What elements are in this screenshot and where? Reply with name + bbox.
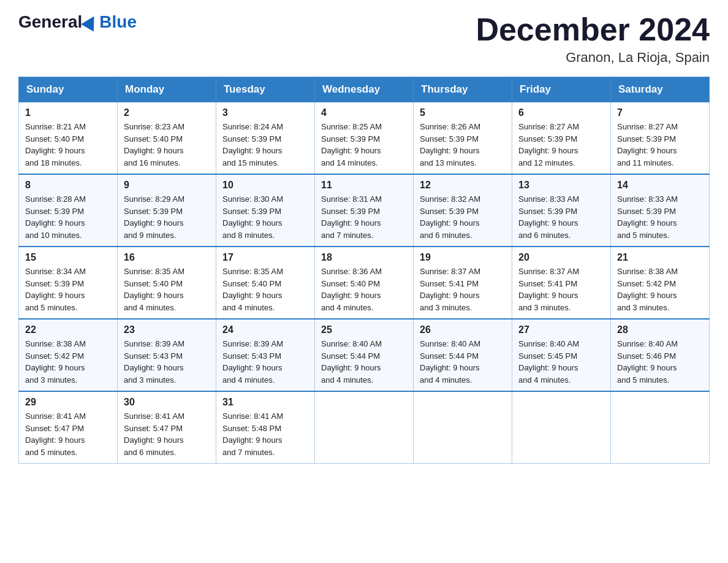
calendar-header-thursday: Thursday — [414, 77, 512, 102]
sunset-label: Sunset: 5:42 PM — [25, 351, 84, 361]
sunset-label: Sunset: 5:39 PM — [420, 134, 479, 144]
sunrise-label: Sunrise: 8:37 AM — [420, 267, 480, 276]
daylight-label: Daylight: 9 hours — [420, 291, 480, 300]
sunrise-label: Sunrise: 8:33 AM — [617, 194, 678, 204]
daylight-minutes: and 5 minutes. — [25, 303, 77, 312]
calendar-cell: 29 Sunrise: 8:41 AM Sunset: 5:47 PM Dayl… — [19, 391, 118, 464]
calendar-cell: 27 Sunrise: 8:40 AM Sunset: 5:45 PM Dayl… — [512, 319, 611, 391]
daylight-label: Daylight: 9 hours — [25, 363, 85, 372]
day-number: 29 — [25, 397, 111, 408]
daylight-minutes: and 16 minutes. — [124, 158, 181, 167]
day-info: Sunrise: 8:38 AM Sunset: 5:42 PM Dayligh… — [25, 338, 111, 386]
day-info: Sunrise: 8:35 AM Sunset: 5:40 PM Dayligh… — [124, 266, 210, 313]
daylight-minutes: and 5 minutes. — [617, 375, 669, 385]
daylight-minutes: and 14 minutes. — [321, 158, 378, 167]
page-header: General Blue December 2024 Granon, La Ri… — [18, 12, 710, 66]
calendar-cell: 24 Sunrise: 8:39 AM Sunset: 5:43 PM Dayl… — [216, 319, 315, 391]
daylight-minutes: and 5 minutes. — [25, 448, 77, 457]
sunrise-label: Sunrise: 8:40 AM — [617, 339, 678, 348]
daylight-label: Daylight: 9 hours — [617, 218, 677, 228]
calendar-cell: 14 Sunrise: 8:33 AM Sunset: 5:39 PM Dayl… — [611, 174, 710, 247]
daylight-minutes: and 3 minutes. — [124, 375, 176, 385]
day-number: 13 — [518, 180, 604, 191]
day-info: Sunrise: 8:39 AM Sunset: 5:43 PM Dayligh… — [222, 338, 308, 386]
day-number: 18 — [321, 252, 407, 263]
day-info: Sunrise: 8:35 AM Sunset: 5:40 PM Dayligh… — [222, 266, 308, 313]
day-info: Sunrise: 8:31 AM Sunset: 5:39 PM Dayligh… — [321, 193, 407, 241]
day-number: 10 — [222, 180, 308, 191]
day-info: Sunrise: 8:27 AM Sunset: 5:39 PM Dayligh… — [518, 121, 604, 169]
sunrise-label: Sunrise: 8:40 AM — [420, 339, 480, 348]
day-info: Sunrise: 8:23 AM Sunset: 5:40 PM Dayligh… — [124, 121, 210, 169]
sunset-label: Sunset: 5:40 PM — [124, 279, 183, 288]
calendar-header-wednesday: Wednesday — [315, 77, 414, 102]
calendar-cell: 17 Sunrise: 8:35 AM Sunset: 5:40 PM Dayl… — [216, 247, 315, 319]
sunrise-label: Sunrise: 8:39 AM — [222, 339, 283, 348]
day-info: Sunrise: 8:37 AM Sunset: 5:41 PM Dayligh… — [420, 266, 506, 313]
day-info: Sunrise: 8:21 AM Sunset: 5:40 PM Dayligh… — [25, 121, 111, 169]
calendar-cell — [611, 391, 710, 464]
day-number: 2 — [124, 107, 210, 118]
calendar-cell: 26 Sunrise: 8:40 AM Sunset: 5:44 PM Dayl… — [414, 319, 512, 391]
sunset-label: Sunset: 5:39 PM — [321, 134, 380, 144]
day-info: Sunrise: 8:40 AM Sunset: 5:46 PM Dayligh… — [617, 338, 703, 386]
day-info: Sunrise: 8:38 AM Sunset: 5:42 PM Dayligh… — [617, 266, 703, 313]
sunset-label: Sunset: 5:39 PM — [222, 134, 281, 144]
sunset-label: Sunset: 5:40 PM — [222, 279, 281, 288]
calendar-cell: 4 Sunrise: 8:25 AM Sunset: 5:39 PM Dayli… — [315, 102, 414, 175]
calendar-week-row: 1 Sunrise: 8:21 AM Sunset: 5:40 PM Dayli… — [19, 102, 710, 175]
sunset-label: Sunset: 5:39 PM — [124, 207, 183, 216]
day-info: Sunrise: 8:40 AM Sunset: 5:44 PM Dayligh… — [420, 338, 506, 386]
daylight-minutes: and 4 minutes. — [222, 303, 275, 312]
calendar-header-saturday: Saturday — [611, 77, 710, 102]
day-info: Sunrise: 8:32 AM Sunset: 5:39 PM Dayligh… — [420, 193, 506, 241]
sunrise-label: Sunrise: 8:30 AM — [222, 194, 283, 204]
calendar-header-tuesday: Tuesday — [216, 77, 315, 102]
sunrise-label: Sunrise: 8:23 AM — [124, 122, 184, 131]
day-number: 5 — [420, 107, 506, 118]
sunrise-label: Sunrise: 8:35 AM — [124, 267, 184, 276]
sunrise-label: Sunrise: 8:39 AM — [124, 339, 184, 348]
sunrise-label: Sunrise: 8:21 AM — [25, 122, 86, 131]
day-number: 31 — [222, 397, 308, 408]
sunrise-label: Sunrise: 8:40 AM — [518, 339, 579, 348]
daylight-minutes: and 5 minutes. — [617, 231, 669, 240]
daylight-label: Daylight: 9 hours — [420, 146, 480, 155]
day-number: 8 — [25, 180, 111, 191]
sunset-label: Sunset: 5:44 PM — [321, 351, 380, 361]
sunset-label: Sunset: 5:46 PM — [617, 351, 676, 361]
logo-triangle-icon — [81, 12, 100, 31]
day-number: 12 — [420, 180, 506, 191]
calendar-cell: 28 Sunrise: 8:40 AM Sunset: 5:46 PM Dayl… — [611, 319, 710, 391]
sunrise-label: Sunrise: 8:28 AM — [25, 194, 86, 204]
daylight-minutes: and 13 minutes. — [420, 158, 477, 167]
sunrise-label: Sunrise: 8:35 AM — [222, 267, 283, 276]
day-info: Sunrise: 8:41 AM Sunset: 5:47 PM Dayligh… — [25, 410, 111, 458]
day-info: Sunrise: 8:39 AM Sunset: 5:43 PM Dayligh… — [124, 338, 210, 386]
daylight-label: Daylight: 9 hours — [321, 146, 381, 155]
sunrise-label: Sunrise: 8:27 AM — [518, 122, 579, 131]
calendar-cell: 30 Sunrise: 8:41 AM Sunset: 5:47 PM Dayl… — [118, 391, 216, 464]
sunset-label: Sunset: 5:39 PM — [222, 207, 281, 216]
day-info: Sunrise: 8:40 AM Sunset: 5:44 PM Dayligh… — [321, 338, 407, 386]
day-info: Sunrise: 8:25 AM Sunset: 5:39 PM Dayligh… — [321, 121, 407, 169]
daylight-minutes: and 8 minutes. — [222, 231, 275, 240]
day-number: 17 — [222, 252, 308, 263]
calendar-cell — [315, 391, 414, 464]
sunset-label: Sunset: 5:39 PM — [518, 134, 577, 144]
calendar-cell: 10 Sunrise: 8:30 AM Sunset: 5:39 PM Dayl… — [216, 174, 315, 247]
calendar-cell: 18 Sunrise: 8:36 AM Sunset: 5:40 PM Dayl… — [315, 247, 414, 319]
day-info: Sunrise: 8:27 AM Sunset: 5:39 PM Dayligh… — [617, 121, 703, 169]
sunrise-label: Sunrise: 8:38 AM — [25, 339, 86, 348]
daylight-label: Daylight: 9 hours — [124, 435, 184, 445]
daylight-label: Daylight: 9 hours — [25, 435, 85, 445]
calendar-cell: 8 Sunrise: 8:28 AM Sunset: 5:39 PM Dayli… — [19, 174, 118, 247]
day-number: 25 — [321, 324, 407, 335]
sunset-label: Sunset: 5:39 PM — [420, 207, 479, 216]
daylight-label: Daylight: 9 hours — [124, 291, 184, 300]
sunrise-label: Sunrise: 8:41 AM — [222, 412, 283, 421]
daylight-label: Daylight: 9 hours — [518, 291, 578, 300]
calendar-header-friday: Friday — [512, 77, 611, 102]
main-title: December 2024 — [476, 12, 710, 47]
day-info: Sunrise: 8:41 AM Sunset: 5:48 PM Dayligh… — [222, 410, 308, 458]
